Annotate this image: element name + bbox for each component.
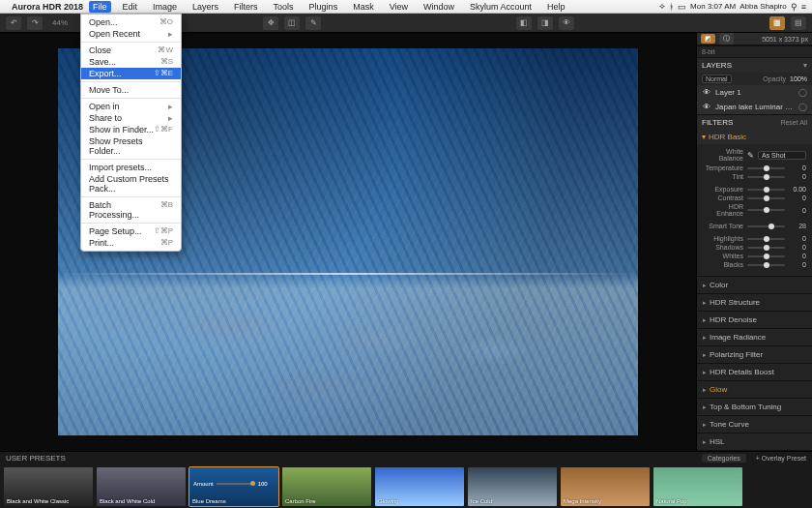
slider-highlights[interactable]: Highlights0 [703, 235, 806, 242]
menu-layers[interactable]: Layers [188, 1, 222, 13]
filters-section-header[interactable]: FILTERS Reset All [697, 115, 812, 130]
visibility-toggle-icon[interactable]: 👁 [702, 103, 711, 111]
file-menu-page-setup[interactable]: Page Setup...⇧⌘P [81, 225, 181, 237]
preset-natural-pop[interactable]: Natural Pop [653, 467, 742, 506]
eyedropper-button[interactable]: ✎ [305, 16, 321, 30]
menu-plugins[interactable]: Plugins [305, 1, 342, 13]
image-dimensions: 5051 x 3373 px [762, 36, 808, 43]
slider-blacks[interactable]: Blacks0 [703, 261, 806, 268]
preset-black-and-white-classic[interactable]: Black and White Classic [4, 467, 93, 506]
compare-button[interactable]: ◧ [516, 16, 532, 30]
menu-filters[interactable]: Filters [230, 1, 262, 13]
menubar-user[interactable]: Abba Shapiro [740, 2, 786, 11]
slider-whites[interactable]: Whites0 [703, 253, 806, 259]
preset-mega-intensity[interactable]: Mega Intensity [561, 467, 650, 506]
bluetooth-icon[interactable]: ᚼ [669, 2, 674, 12]
file-menu-import-presets[interactable]: Import presets... [81, 162, 181, 173]
file-menu-save[interactable]: Save...⌘S [81, 56, 181, 68]
hand-tool-button[interactable]: ✥ [263, 16, 278, 30]
file-menu-show-presets-folder[interactable]: Show Presets Folder... [81, 135, 181, 157]
undo-button[interactable]: ↶ [6, 16, 21, 30]
slider-temperature[interactable]: Temperature0 [703, 164, 806, 171]
filter-hdr-structure[interactable]: ▸HDR Structure [697, 294, 812, 312]
visibility-toggle-icon[interactable]: 👁 [702, 88, 711, 97]
redo-button[interactable]: ↷ [27, 16, 43, 30]
slider-smart-tone[interactable]: Smart Tone28 [703, 223, 806, 229]
filter-top-bottom-tuning[interactable]: ▸Top & Bottom Tuning [697, 399, 812, 416]
menu-view[interactable]: View [386, 1, 412, 13]
preset-carbon-fire[interactable]: Carbon Fire [282, 467, 371, 506]
file-menu-close[interactable]: Close⌘W [81, 45, 181, 56]
histogram [697, 45, 812, 46]
layer-row[interactable]: 👁Japan lake Luminar DSC001...◯ [697, 100, 812, 114]
preset-black-and-white-cold[interactable]: Black and White Cold [97, 467, 186, 506]
bit-depth-label: 8-bit [702, 48, 715, 55]
spotlight-icon[interactable]: ⚲ [791, 2, 798, 12]
slider-contrast[interactable]: Contrast0 [703, 194, 806, 201]
menu-file[interactable]: File [89, 1, 111, 13]
blend-mode-select[interactable]: Normal [702, 75, 732, 83]
menu-help[interactable]: Help [543, 1, 569, 13]
chevron-right-icon: ▸ [703, 421, 707, 429]
filter-image-radiance[interactable]: ▸Image Radiance [697, 329, 812, 346]
overlay-preset-button[interactable]: + Overlay Preset [756, 455, 806, 462]
filter-tone-curve[interactable]: ▸Tone Curve [697, 416, 812, 433]
before-after-button[interactable]: ◨ [537, 16, 553, 30]
histogram-toggle-button[interactable]: ▦ [769, 16, 785, 30]
layers-section-header[interactable]: LAYERS ▾ [697, 58, 812, 73]
menu-edit[interactable]: Edit [119, 1, 142, 13]
slider-shadows[interactable]: Shadows0 [703, 244, 806, 251]
menu-mask[interactable]: Mask [349, 1, 378, 13]
file-menu-export[interactable]: Export...⇧⌘E [81, 68, 181, 79]
menu-tools[interactable]: Tools [270, 1, 298, 13]
eyedropper-icon[interactable]: ✎ [747, 151, 754, 160]
filter-hdr-denoise[interactable]: ▸HDR Denoise [697, 312, 812, 329]
filter-hsl[interactable]: ▸HSL [697, 433, 812, 451]
preset-glowing[interactable]: Glowing [375, 467, 464, 506]
layer-mask-icon[interactable]: ◯ [798, 103, 807, 111]
file-menu-batch-processing[interactable]: Batch Processing...⌘B [81, 199, 181, 221]
battery-icon[interactable]: ▭ [678, 2, 686, 12]
filter-color[interactable]: ▸Color [697, 277, 812, 294]
reset-all-button[interactable]: Reset All [780, 119, 807, 126]
layer-opacity-value[interactable]: 100% [790, 75, 807, 82]
histogram-tab[interactable]: ◩ [701, 34, 715, 44]
zoom-level[interactable]: 44% [52, 18, 68, 27]
file-menu-print[interactable]: Print...⌘P [81, 237, 181, 249]
chevron-right-icon: ▸ [703, 299, 707, 307]
preset-ice-cold[interactable]: Ice Cold [468, 467, 557, 506]
slider-hdr-enhance[interactable]: HDR Enhance0 [703, 203, 806, 217]
hdr-basic-header[interactable]: ▾ HDR Basic [697, 130, 812, 144]
info-tab[interactable]: ⓘ [719, 33, 734, 45]
filter-polarizing-filter[interactable]: ▸Polarizing Filter [697, 346, 812, 364]
file-menu-open-recent[interactable]: Open Recent▸ [81, 28, 181, 40]
quick-preview-button[interactable]: 👁 [559, 16, 574, 30]
file-menu-dropdown: Open...⌘OOpen Recent▸Close⌘WSave...⌘SExp… [80, 14, 182, 252]
menu-window[interactable]: Window [420, 1, 458, 13]
white-balance-select[interactable]: As Shot [758, 151, 806, 160]
menubar-time[interactable]: Mon 3:07 AM [690, 2, 736, 11]
panel-toggle-button[interactable]: ▤ [791, 16, 806, 30]
file-menu-open[interactable]: Open...⌘O [81, 16, 181, 28]
preset-blue-dreams[interactable]: Blue DreamsAmount100 [189, 467, 278, 506]
menu-image[interactable]: Image [149, 1, 181, 13]
layer-mask-icon[interactable]: ◯ [798, 88, 807, 97]
filter-glow[interactable]: ▸Glow [697, 381, 812, 399]
chevron-right-icon: ▸ [703, 438, 707, 446]
crop-tool-button[interactable]: ◫ [284, 16, 300, 30]
slider-exposure[interactable]: Exposure0.00 [703, 186, 806, 193]
categories-button[interactable]: Categories [702, 454, 746, 463]
file-menu-show-in-finder[interactable]: Show in Finder...⇧⌘F [81, 124, 181, 135]
file-menu-open-in[interactable]: Open in▸ [81, 101, 181, 112]
notification-center-icon[interactable]: ≡ [801, 2, 806, 12]
filter-hdr-details-boost[interactable]: ▸HDR Details Boost [697, 364, 812, 381]
file-menu-share-to[interactable]: Share to▸ [81, 112, 181, 124]
wifi-icon[interactable]: ⟡ [659, 1, 665, 12]
menu-skylum-account[interactable]: Skylum Account [466, 1, 536, 13]
file-menu-move-to[interactable]: Move To... [81, 84, 181, 96]
file-menu-add-custom-presets-pack[interactable]: Add Custom Presets Pack... [81, 173, 181, 194]
app-name: Aurora HDR 2018 [12, 2, 83, 12]
slider-tint[interactable]: Tint0 [703, 173, 806, 180]
chevron-right-icon: ▸ [703, 316, 707, 324]
layer-row[interactable]: 👁Layer 1◯ [697, 85, 812, 100]
